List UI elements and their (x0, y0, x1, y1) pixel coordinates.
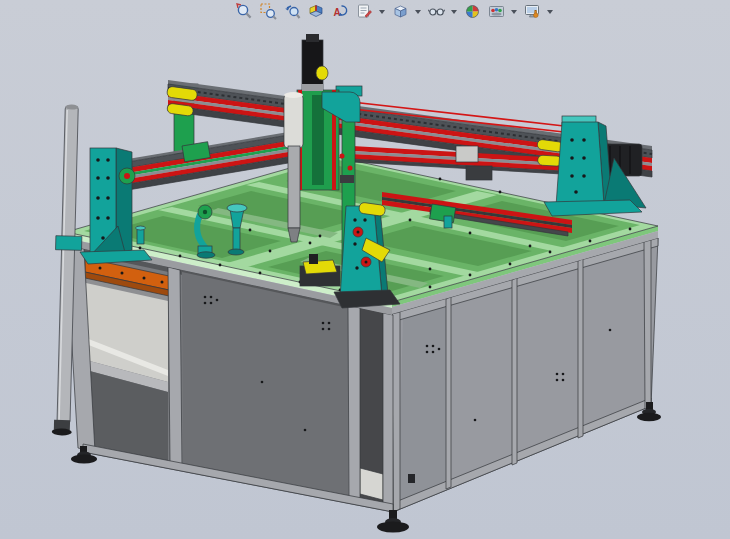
apply-scene-button[interactable] (486, 2, 506, 22)
dynamic-annotation-views-button[interactable]: A (330, 2, 350, 22)
previous-view-icon (284, 3, 301, 20)
hide-show-items-button[interactable] (426, 2, 446, 22)
display-style-icon (392, 3, 409, 20)
zoom-to-area-button[interactable] (258, 2, 278, 22)
zoom-to-fit-button[interactable] (234, 2, 254, 22)
view-settings-icon (524, 3, 541, 20)
view-settings-dropdown-arrow-icon[interactable] (547, 10, 553, 14)
previous-view-button[interactable] (282, 2, 302, 22)
section-view-button[interactable] (306, 2, 326, 22)
view-orientation-button[interactable] (354, 2, 374, 22)
view-settings-button[interactable] (522, 2, 542, 22)
section-view-icon (308, 3, 325, 20)
machine-3d-model[interactable] (0, 0, 730, 539)
z-stepper-motor[interactable] (302, 34, 323, 91)
hide-show-items-icon (428, 3, 445, 20)
display-style-button[interactable] (390, 2, 410, 22)
cad-viewport[interactable]: A (0, 0, 730, 539)
heads-up-view-toolbar: A (234, 1, 554, 22)
apply-scene-dropdown-arrow-icon[interactable] (511, 10, 517, 14)
dynamic-annotation-views-icon: A (332, 3, 349, 20)
display-style-dropdown-arrow-icon[interactable] (415, 10, 421, 14)
zoom-to-area-icon (260, 3, 277, 20)
hide-show-items-dropdown-arrow-icon[interactable] (451, 10, 457, 14)
zoom-to-fit-icon (236, 3, 253, 20)
view-orientation-dropdown-arrow-icon[interactable] (379, 10, 385, 14)
apply-scene-icon (488, 3, 505, 20)
edit-appearance-icon (464, 3, 481, 20)
edit-appearance-button[interactable] (462, 2, 482, 22)
view-orientation-icon (356, 3, 373, 20)
svg-text:A: A (333, 7, 340, 18)
